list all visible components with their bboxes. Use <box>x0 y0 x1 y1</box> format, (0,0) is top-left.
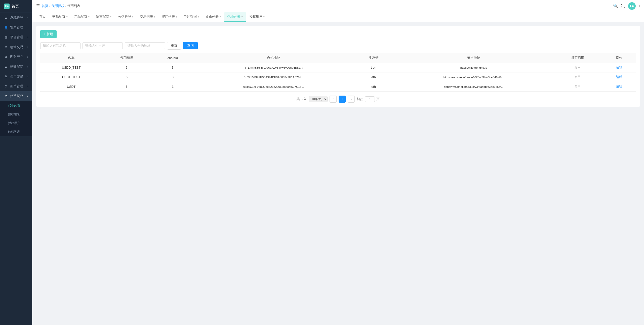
main-area: ☰ 首页 / 代币授权 / 代币列表 🔍 ⛶ Ea ▾ 首页 交易配置 ▾ <box>32 0 644 325</box>
page-1-button[interactable]: 1 <box>339 96 346 103</box>
cell-enabled: 启用 <box>553 63 602 72</box>
goto-label: 前往 <box>357 97 363 101</box>
chevron-down-icon: › <box>27 85 28 88</box>
sidebar-sub-item-coin-list[interactable]: 代币列表 <box>0 101 32 110</box>
tab-apply-data[interactable]: 申购数据 ▾ <box>181 12 202 22</box>
sidebar-sub-item-transfer-list[interactable]: 转账列表 <box>0 128 32 136</box>
cell-enabled: 启用 <box>553 72 602 82</box>
sidebar-item-label: 系统管理 <box>10 16 23 20</box>
menu-icon[interactable]: ☰ <box>36 4 40 8</box>
logo-text: 首页 <box>12 4 19 9</box>
cell-enabled: 启用 <box>553 82 602 92</box>
quick-trade-icon: ¥ <box>4 45 8 49</box>
cell-action: 编辑 <box>602 82 636 92</box>
tab-new-coin-list[interactable]: 新币列表 ▾ <box>203 12 224 22</box>
sidebar-sub-item-auth-user[interactable]: 授权用户 <box>0 119 32 128</box>
tab-home[interactable]: 首页 <box>36 12 49 22</box>
chevron-down-icon: ▾ <box>154 16 155 18</box>
edit-button[interactable]: 编辑 <box>616 75 622 79</box>
next-page-button[interactable]: › <box>348 96 355 103</box>
cell-ecosystem: tron <box>353 63 394 72</box>
breadcrumb-current: 代币列表 <box>67 4 80 8</box>
sidebar-item-coin-auth[interactable]: ⊙ 代币授权 ∧ <box>0 91 32 101</box>
cell-name: USDT <box>40 82 102 92</box>
cell-precision: 6 <box>102 82 151 92</box>
filter-chain-input[interactable] <box>83 42 123 49</box>
cell-ecosystem: eth <box>353 72 394 82</box>
page-goto: 前往 页 <box>357 96 380 102</box>
chevron-down-icon: › <box>27 65 28 68</box>
cell-precision: 6 <box>102 72 151 82</box>
filter-row: 重置 查询 <box>40 42 636 50</box>
cell-ecosystem: eth <box>353 82 394 92</box>
sidebar-item-manage-product[interactable]: ¥ 理财产品 › <box>0 52 32 62</box>
tab-share-manage[interactable]: 分销管理 ▾ <box>115 12 136 22</box>
sidebar-item-system[interactable]: ⚙ 系统管理 › <box>0 13 32 23</box>
cell-contract: TTLmyn53oRFJJb6a7ZMFMwTvDzsp4BBZR <box>194 63 353 72</box>
chevron-down-icon: › <box>27 26 28 29</box>
chevron-down-icon: › <box>27 46 28 49</box>
avatar[interactable]: Ea <box>628 2 636 10</box>
cell-name: USDD_TEST <box>40 63 102 72</box>
cell-precision: 6 <box>102 63 151 72</box>
tab-product-config[interactable]: 产品配置 ▾ <box>71 12 93 22</box>
sidebar-item-quick-trade[interactable]: ¥ 急速交易 › <box>0 42 32 52</box>
breadcrumb-home[interactable]: 首页 <box>42 4 48 8</box>
sidebar-item-new-coin[interactable]: ⚙ 新币管理 › <box>0 82 32 91</box>
tab-coin-token-list[interactable]: 代币列表 ▾ <box>224 12 246 22</box>
cell-action: 编辑 <box>602 63 636 72</box>
tab-trade-list[interactable]: 交易列表 ▾ <box>137 12 158 22</box>
search-icon[interactable]: 🔍 <box>613 4 618 8</box>
toolbar-row: + 新增 <box>40 30 636 38</box>
chevron-down-icon: › <box>27 16 28 19</box>
sidebar-sub-item-auth-address[interactable]: 授权地址 <box>0 110 32 119</box>
sidebar-item-basic-config[interactable]: ⚙ 基础配置 › <box>0 62 32 72</box>
chevron-down-icon: ▾ <box>132 16 133 18</box>
cell-chainid: 1 <box>151 82 194 92</box>
basic-config-icon: ⚙ <box>4 65 8 69</box>
edit-button[interactable]: 编辑 <box>616 85 622 89</box>
chevron-down-icon: ▾ <box>110 16 111 18</box>
logo-icon: Ea <box>4 4 10 9</box>
sidebar-item-platform[interactable]: ⊞ 平台管理 › <box>0 32 32 42</box>
user-dropdown-icon[interactable]: ▾ <box>639 5 640 7</box>
col-enabled: 是否启用 <box>553 53 602 63</box>
sidebar-item-coin-trade[interactable]: ¥ 币币交易 › <box>0 72 32 82</box>
table-row: USDD_TEST 6 3 TTLmyn53oRFJJb6a7ZMFMwTvDz… <box>40 63 636 72</box>
sidebar-item-label: 理财产品 <box>10 55 23 59</box>
system-icon: ⚙ <box>4 16 8 20</box>
cell-contract: 0xdAC17F958D2ee523a2206206994597C13... <box>194 82 353 92</box>
cell-action: 编辑 <box>602 72 636 82</box>
breadcrumb-sep1: / <box>49 4 50 8</box>
filter-name-input[interactable] <box>40 42 80 49</box>
add-button[interactable]: + 新增 <box>40 30 57 38</box>
sidebar-item-label: 代币授权 <box>10 94 23 98</box>
tab-trade-config[interactable]: 交易配置 ▾ <box>49 12 71 22</box>
chevron-down-icon: ▾ <box>88 16 90 18</box>
sidebar-item-customer[interactable]: 👤 客户管理 › <box>0 23 32 32</box>
filter-contract-input[interactable] <box>125 42 165 49</box>
chevron-down-icon: ▾ <box>176 16 177 18</box>
reset-button[interactable]: 重置 <box>167 42 181 50</box>
goto-input[interactable] <box>365 96 375 102</box>
cell-name: USDT_TEST <box>40 72 102 82</box>
chevron-down-icon: › <box>27 56 28 58</box>
per-page-select[interactable]: 10条/页20条/页50条/页 <box>309 96 328 102</box>
manage-product-icon: ¥ <box>4 55 8 59</box>
edit-button[interactable]: 编辑 <box>616 65 622 70</box>
chevron-down-icon: › <box>27 75 28 78</box>
page-number: 1 <box>341 97 343 101</box>
cell-node: https://nile.trongrid.io <box>394 63 553 72</box>
table-header-row: 名称 代币精度 chainId 合约地址 生态链 节点地址 是否启用 操作 <box>40 53 636 63</box>
expand-icon[interactable]: ⛶ <box>621 4 625 8</box>
data-table: 名称 代币精度 chainId 合约地址 生态链 节点地址 是否启用 操作 US… <box>40 53 636 92</box>
prev-page-button[interactable]: ‹ <box>330 96 337 103</box>
col-chainid: chainId <box>151 53 194 63</box>
breadcrumb-coin-auth[interactable]: 代币授权 <box>51 4 64 8</box>
tab-auth-user[interactable]: 授权用户 ▾ <box>246 12 268 22</box>
tab-lang-config[interactable]: 语言配置 ▾ <box>93 12 114 22</box>
col-contract: 合约地址 <box>194 53 353 63</box>
search-button[interactable]: 查询 <box>183 42 198 49</box>
page-label: 页 <box>376 97 380 101</box>
tab-asset-list[interactable]: 资产列表 ▾ <box>159 12 180 22</box>
